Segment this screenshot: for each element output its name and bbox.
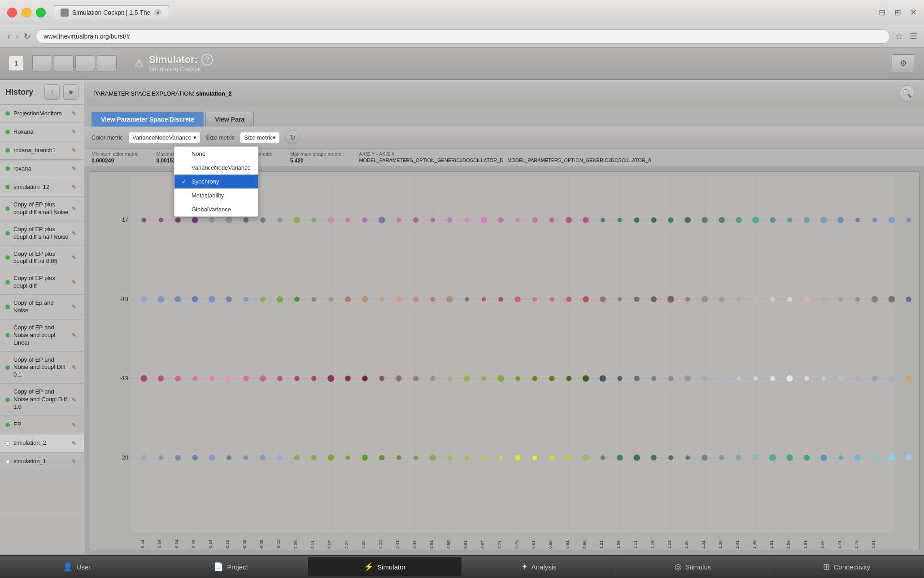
svg-text:-0.29: -0.29 — [191, 540, 196, 550]
bnav-item-user[interactable]: 👤 User — [0, 557, 154, 576]
tab-close-button[interactable]: ✕ — [154, 9, 161, 16]
sidebar-item-copy-ep-linear[interactable]: Copy of EP and Noise and coupl Linear ✎ — [0, 320, 84, 352]
item-edit-copy-ep-linear[interactable]: ✎ — [70, 331, 78, 340]
url-input[interactable]: www.thevirtualbrain.org/burst/# — [36, 29, 890, 44]
sidebar-item-copy-ep-noise[interactable]: Copy of Ep and Noise ✎ — [0, 295, 84, 320]
item-edit-copy-ep-diff10[interactable]: ✎ — [70, 395, 78, 404]
sidebar-star-button[interactable]: ★ — [63, 84, 78, 100]
sidebar-upload-button[interactable]: ↑ — [44, 84, 60, 100]
sidebar-item-proj-monitors[interactable]: ProjectionMonitors ✎ — [0, 105, 84, 123]
nav-block-1[interactable] — [32, 55, 52, 71]
reload-button[interactable]: ↻ — [24, 31, 31, 41]
tab-title: Simulation Cockpit | 1.5 The — [72, 9, 151, 16]
svg-point-100 — [192, 217, 198, 223]
window-maximize-icon[interactable]: ⊞ — [894, 8, 901, 18]
browser-tab[interactable]: Simulation Cockpit | 1.5 The ✕ — [53, 5, 169, 19]
item-dot-roxana2 — [5, 166, 10, 171]
item-edit-roxana2[interactable]: ✎ — [70, 164, 78, 173]
menu-icon[interactable]: ☰ — [910, 31, 917, 41]
settings-button[interactable]: ⚙ — [892, 54, 915, 72]
sidebar-item-simulation-12[interactable]: simulation_12 ✎ — [0, 178, 84, 197]
svg-point-178 — [600, 296, 606, 302]
chart-svg-area: -17-18-19-20-0.44-0.39-0.34-0.29-0.24-0.… — [89, 172, 919, 550]
bnav-item-stimulus[interactable]: ◎ Stimulus — [616, 557, 770, 576]
item-dot-copy-ep-diff10 — [5, 398, 10, 402]
svg-point-140 — [872, 218, 877, 223]
sidebar-item-roxana2[interactable]: roxana ✎ — [0, 160, 84, 178]
svg-text:0.71: 0.71 — [497, 540, 502, 549]
item-edit-copy-ep-diff01[interactable]: ✎ — [70, 363, 78, 372]
item-edit-copy-ep-int[interactable]: ✎ — [70, 253, 78, 262]
item-edit-simulation-2[interactable]: ✎ — [70, 439, 78, 448]
svg-text:1.11: 1.11 — [633, 540, 638, 549]
bnav-item-simulator[interactable]: ⚡ Simulator — [308, 557, 462, 576]
item-label-proj-monitors: ProjectionMonitors — [13, 110, 70, 118]
item-edit-ep[interactable]: ✎ — [70, 420, 78, 429]
item-edit-simulation-12[interactable]: ✎ — [70, 183, 78, 192]
item-edit-copy-ep-noise[interactable]: ✎ — [70, 302, 78, 311]
nav-block-4[interactable] — [97, 55, 117, 71]
minimize-button[interactable] — [22, 8, 31, 18]
header-titles: Simulator: ? Simulation Cockpit — [149, 54, 213, 73]
window-minimize-icon[interactable]: ⊟ — [879, 8, 885, 18]
item-edit-simulation-1[interactable]: ✎ — [70, 457, 78, 466]
tab-favicon — [61, 9, 69, 17]
refresh-button[interactable]: ↻ — [285, 130, 300, 144]
item-label-ep: EP — [13, 421, 70, 429]
svg-point-123 — [583, 217, 589, 223]
forward-button[interactable]: › — [16, 31, 19, 41]
window-close-icon[interactable]: ✕ — [910, 8, 917, 18]
svg-point-301 — [854, 455, 861, 461]
sidebar-item-copy-ep-diff[interactable]: Copy of EP plus coupl diff ✎ — [0, 270, 84, 295]
item-edit-roxana[interactable]: ✎ — [70, 127, 78, 136]
sidebar-item-roxana-branch1[interactable]: roxana_branch1 ✎ — [0, 141, 84, 160]
content-area: PARAMETER SPACE EXPLORATION: simulation_… — [84, 80, 924, 555]
ps-search-button[interactable]: 🔍 — [899, 85, 915, 101]
bnav-item-connectivity[interactable]: ⊞ Connectivity — [770, 557, 924, 576]
dropdown-item-metastability[interactable]: Metastability — [174, 188, 258, 202]
sidebar-header: History ↑ ★ — [0, 80, 84, 105]
nav-block-3[interactable] — [75, 55, 95, 71]
item-edit-roxana-branch1[interactable]: ✎ — [70, 146, 78, 155]
close-button[interactable] — [7, 8, 17, 18]
item-edit-copy-ep-small2[interactable]: ✎ — [70, 229, 78, 238]
bookmark-icon[interactable]: ☆ — [895, 31, 902, 41]
nav-block-2[interactable] — [54, 55, 74, 71]
svg-point-303 — [889, 455, 895, 461]
help-button[interactable]: ? — [201, 54, 213, 66]
ps-header: PARAMETER SPACE EXPLORATION: simulation_… — [84, 80, 924, 107]
svg-text:0.96: 0.96 — [582, 540, 587, 549]
tab-view-para[interactable]: View Para — [205, 112, 254, 127]
svg-point-280 — [499, 455, 503, 460]
item-edit-copy-ep-diff[interactable]: ✎ — [70, 278, 78, 287]
svg-point-236 — [668, 376, 674, 381]
svg-point-170 — [465, 297, 469, 302]
tab-view-parameter-space-discrete[interactable]: View Parameter Space Discrete — [92, 112, 204, 127]
sidebar-item-copy-ep-small2[interactable]: Copy of EP plus coupl diff small Noise ✎ — [0, 221, 84, 246]
sidebar-item-copy-ep-diff10[interactable]: Copy of EP and Noise and Coupl Diff 1.0 … — [0, 384, 84, 416]
bnav-item-project[interactable]: 📄 Project — [154, 557, 308, 576]
bnav-item-analysis[interactable]: ✦ Analysis — [462, 557, 616, 576]
item-label-roxana-branch1: roxana_branch1 — [13, 147, 70, 154]
bnav-icon-user: 👤 — [63, 562, 73, 572]
sidebar-item-simulation-2[interactable]: simulation_2 ✎ — [0, 434, 84, 453]
back-button[interactable]: ‹ — [7, 31, 10, 41]
dropdown-item-none[interactable]: None — [174, 147, 258, 161]
color-metric-select[interactable]: VarianceNodeVariance ▾ — [128, 132, 200, 143]
sidebar-item-copy-ep-small1[interactable]: Copy of EP plus coupl diff small Noise ✎ — [0, 197, 84, 221]
sidebar-item-ep[interactable]: EP ✎ — [0, 416, 84, 434]
item-edit-copy-ep-small1[interactable]: ✎ — [70, 204, 78, 213]
sidebar-item-copy-ep-int[interactable]: Copy of EP plus coupl diff int 0.05 ✎ — [0, 246, 84, 271]
svg-point-206 — [158, 376, 164, 381]
size-metric-select[interactable]: Size metric▾ — [240, 132, 280, 143]
sidebar-item-simulation-1[interactable]: simulation_1 ✎ — [0, 453, 84, 471]
svg-point-134 — [770, 217, 776, 223]
dropdown-item-variance[interactable]: VarianceNodeVariance — [174, 161, 258, 175]
dropdown-item-synchrony[interactable]: ✓ Synchrony — [174, 175, 258, 188]
svg-point-231 — [583, 375, 589, 381]
sidebar-item-roxana[interactable]: Roxana ✎ — [0, 123, 84, 141]
item-edit-proj-monitors[interactable]: ✎ — [70, 109, 78, 118]
sidebar-item-copy-ep-diff01[interactable]: Copy of EP and Noise and coupl Diff 0.1 … — [0, 352, 84, 384]
maximize-button[interactable] — [36, 8, 46, 18]
dropdown-item-globalvariance[interactable]: GlobalVariance — [174, 202, 258, 216]
